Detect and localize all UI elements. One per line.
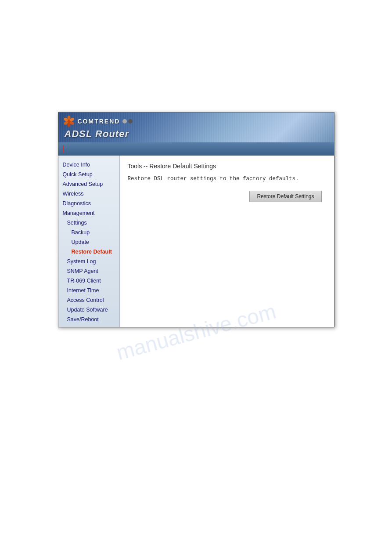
logo-area: COMTREND ADSL Router [63, 115, 133, 140]
router-ui: COMTREND ADSL Router Device InfoQuick Se… [58, 112, 334, 327]
sidebar-item-save-reboot[interactable]: Save/Reboot [58, 315, 119, 324]
body-layout: Device InfoQuick SetupAdvanced SetupWire… [58, 156, 334, 327]
restore-default-button[interactable]: Restore Default Settings [249, 191, 321, 202]
page-title: Tools -- Restore Default Settings [128, 163, 326, 170]
comtrend-logo-icon [63, 115, 75, 127]
sidebar-item-internet-time[interactable]: Internet Time [58, 286, 119, 295]
sidebar-item-device-info[interactable]: Device Info [58, 160, 119, 170]
svg-point-1 [67, 116, 70, 120]
sidebar-item-tr-069-client[interactable]: TR-069 Client [58, 276, 119, 286]
sidebar-item-backup[interactable]: Backup [58, 228, 119, 237]
sub-header-line [63, 145, 64, 152]
page-description: Restore DSL router settings to the facto… [128, 176, 326, 182]
logo-dots [122, 119, 133, 123]
sidebar-item-settings[interactable]: Settings [58, 218, 119, 228]
sidebar: Device InfoQuick SetupAdvanced SetupWire… [58, 156, 120, 327]
sidebar-item-wireless[interactable]: Wireless [58, 189, 119, 199]
sidebar-item-update[interactable]: Update [58, 237, 119, 247]
logo-top: COMTREND [63, 115, 133, 127]
svg-point-4 [67, 123, 70, 127]
dot1 [122, 119, 127, 123]
sidebar-item-update-software[interactable]: Update Software [58, 305, 119, 315]
main-content: Tools -- Restore Default Settings Restor… [120, 156, 334, 327]
sidebar-item-advanced-setup[interactable]: Advanced Setup [58, 179, 119, 189]
dot2 [128, 119, 133, 123]
sidebar-item-management[interactable]: Management [58, 208, 119, 218]
sidebar-item-restore-default[interactable]: Restore Default [58, 247, 119, 257]
sidebar-item-snmp-agent[interactable]: SNMP Agent [58, 266, 119, 276]
sidebar-item-access-control[interactable]: Access Control [58, 295, 119, 305]
product-title: ADSL Router [63, 128, 133, 140]
sidebar-item-quick-setup[interactable]: Quick Setup [58, 170, 119, 179]
sub-header [58, 142, 334, 156]
header: COMTREND ADSL Router [58, 112, 334, 142]
brand-name: COMTREND [78, 118, 120, 125]
sidebar-item-diagnostics[interactable]: Diagnostics [58, 199, 119, 208]
sidebar-item-system-log[interactable]: System Log [58, 257, 119, 266]
